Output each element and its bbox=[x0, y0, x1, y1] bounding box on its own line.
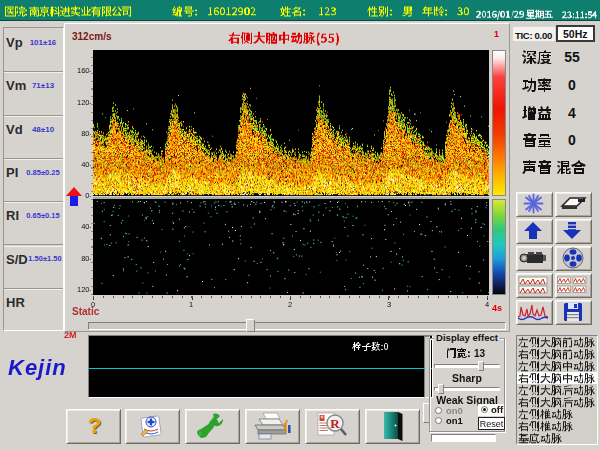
svg-text:R: R bbox=[330, 416, 340, 431]
